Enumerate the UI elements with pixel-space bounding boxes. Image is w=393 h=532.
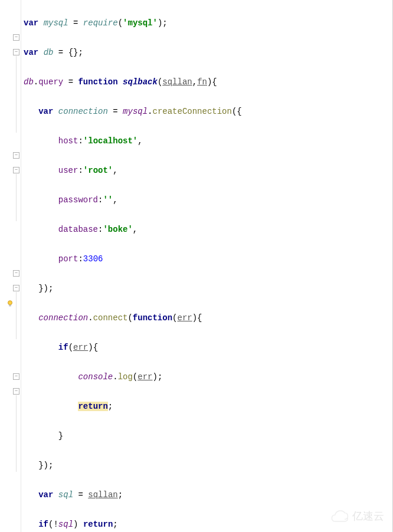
code-content[interactable]: var mysql = require('mysql'); var db = {… [21, 0, 392, 532]
code-line[interactable]: console.log(err); [21, 370, 392, 385]
code-line[interactable]: var sql = sqllan; [21, 488, 392, 503]
code-line[interactable]: if(err){ [21, 340, 392, 355]
code-editor[interactable]: − − − − − − − − var mysql = require('mys… [0, 0, 393, 532]
code-line[interactable]: password:'', [21, 193, 392, 208]
code-line[interactable]: host:'localhost', [21, 134, 392, 149]
code-line[interactable]: return; [21, 399, 392, 414]
svg-rect-1 [9, 305, 11, 307]
fold-toggle-icon[interactable]: − [13, 285, 19, 291]
code-line[interactable]: database:'boke', [21, 222, 392, 237]
code-line[interactable]: }); [21, 281, 392, 296]
lightbulb-icon[interactable] [6, 300, 14, 308]
code-line[interactable]: var connection = mysql.createConnection(… [21, 104, 392, 119]
fold-toggle-icon[interactable]: − [13, 34, 19, 41]
code-line[interactable]: } [21, 429, 392, 444]
code-line[interactable]: var db = {}; [21, 45, 392, 60]
fold-toggle-icon[interactable]: − [13, 167, 19, 173]
fold-toggle-icon[interactable]: − [13, 152, 19, 159]
fold-toggle-icon[interactable]: − [13, 388, 19, 395]
fold-toggle-icon[interactable]: − [13, 270, 19, 277]
code-line[interactable]: connection.connect(function(err){ [21, 311, 392, 326]
code-line[interactable]: user:'root', [21, 163, 392, 178]
gutter: − − − − − − − − [0, 0, 21, 532]
code-line[interactable]: }); [21, 458, 392, 473]
code-line[interactable]: db.query = function sqlback(sqllan,fn){ [21, 75, 392, 90]
fold-toggle-icon[interactable]: − [13, 49, 19, 55]
code-line[interactable]: var mysql = require('mysql'); [21, 16, 392, 31]
code-line[interactable]: port:3306 [21, 252, 392, 267]
cloud-icon [329, 509, 350, 523]
svg-point-0 [8, 301, 12, 305]
fold-toggle-icon[interactable]: − [13, 373, 19, 380]
watermark: 亿速云 [329, 509, 384, 523]
